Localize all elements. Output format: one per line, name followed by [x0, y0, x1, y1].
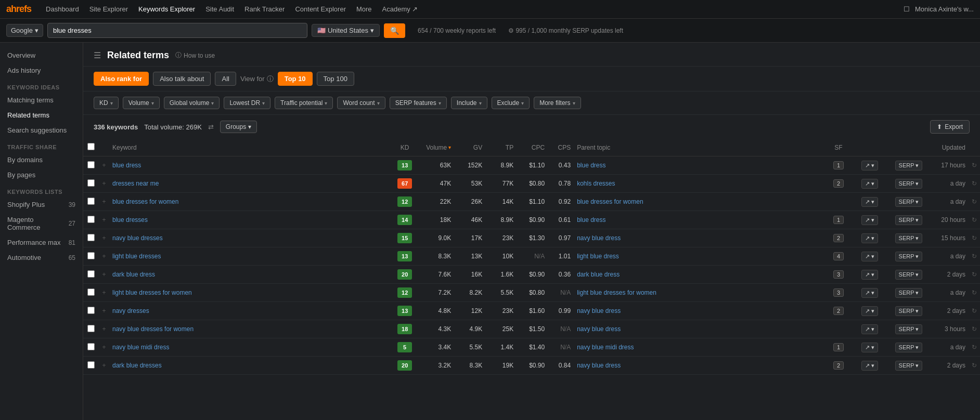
parent-link-4[interactable]: navy blue dress: [577, 234, 621, 242]
engine-select[interactable]: Google ▾: [6, 24, 43, 37]
chart-btn-3[interactable]: ↗ ▾: [861, 215, 878, 225]
row-chart-4[interactable]: ↗ ▾: [849, 229, 891, 247]
reload-icon-9[interactable]: ↻: [972, 325, 977, 333]
serp-btn-5[interactable]: SERP ▾: [895, 252, 923, 261]
row-checkbox-cell[interactable]: [83, 193, 99, 211]
row-chart-0[interactable]: ↗ ▾: [849, 156, 891, 175]
chart-btn-10[interactable]: ↗ ▾: [861, 343, 878, 352]
chart-btn-4[interactable]: ↗ ▾: [861, 233, 878, 243]
reload-icon-5[interactable]: ↻: [972, 253, 977, 260]
row-checkbox-cell[interactable]: [83, 211, 99, 229]
filter-word-count[interactable]: Word count ▾: [337, 97, 385, 109]
filter-include[interactable]: Include ▾: [451, 97, 487, 109]
hamburger-icon[interactable]: ☰: [94, 50, 101, 60]
parent-link-1[interactable]: kohls dresses: [577, 180, 615, 187]
keyword-link-5[interactable]: light blue dresses: [112, 253, 161, 260]
row-reload-0[interactable]: ↻: [969, 156, 980, 175]
row-checkbox-9[interactable]: [87, 325, 95, 332]
row-chart-2[interactable]: ↗ ▾: [849, 193, 891, 211]
th-cpc[interactable]: CPC: [517, 139, 548, 156]
parent-link-2[interactable]: blue dresses for women: [577, 198, 643, 205]
parent-link-11[interactable]: navy blue dress: [577, 362, 621, 369]
row-reload-2[interactable]: ↻: [969, 193, 980, 211]
th-tp[interactable]: TP: [485, 139, 517, 156]
reload-icon-8[interactable]: ↻: [972, 307, 977, 314]
parent-link-8[interactable]: navy blue dress: [577, 307, 621, 314]
filter-exclude[interactable]: Exclude ▾: [492, 97, 530, 109]
filter-volume[interactable]: Volume ▾: [123, 97, 160, 109]
row-reload-4[interactable]: ↻: [969, 229, 980, 247]
user-name[interactable]: Monica Axinte's w...: [915, 5, 974, 13]
filter-lowest-dr[interactable]: Lowest DR ▾: [224, 97, 270, 109]
row-serp-10[interactable]: SERP ▾: [891, 338, 927, 357]
row-reload-11[interactable]: ↻: [969, 357, 980, 375]
row-checkbox-11[interactable]: [87, 361, 95, 369]
serp-btn-0[interactable]: SERP ▾: [895, 161, 923, 170]
search-button[interactable]: 🔍: [384, 23, 405, 38]
row-add-10[interactable]: +: [99, 338, 109, 357]
keyword-link-9[interactable]: navy blue dresses for women: [112, 325, 194, 333]
nav-academy[interactable]: Academy ↗: [377, 0, 423, 19]
row-add-4[interactable]: +: [99, 229, 109, 247]
parent-link-6[interactable]: dark blue dress: [577, 271, 620, 278]
row-serp-7[interactable]: SERP ▾: [891, 284, 927, 302]
row-chart-6[interactable]: ↗ ▾: [849, 266, 891, 284]
serp-btn-6[interactable]: SERP ▾: [895, 270, 923, 280]
serp-btn-7[interactable]: SERP ▾: [895, 288, 923, 298]
row-serp-2[interactable]: SERP ▾: [891, 193, 927, 211]
country-select[interactable]: 🇺🇸 United States ▾: [312, 24, 380, 37]
nav-rank-tracker[interactable]: Rank Tracker: [239, 0, 290, 19]
reload-icon-3[interactable]: ↻: [972, 216, 977, 224]
row-chart-3[interactable]: ↗ ▾: [849, 211, 891, 229]
nav-dashboard[interactable]: Dashboard: [41, 0, 84, 19]
reload-icon-1[interactable]: ↻: [972, 180, 977, 187]
row-chart-9[interactable]: ↗ ▾: [849, 320, 891, 338]
row-reload-5[interactable]: ↻: [969, 247, 980, 266]
filter-traffic-potential[interactable]: Traffic potential ▾: [275, 97, 333, 109]
serp-btn-2[interactable]: SERP ▾: [895, 197, 923, 207]
row-add-11[interactable]: +: [99, 357, 109, 375]
row-checkbox-cell[interactable]: [83, 320, 99, 338]
search-input[interactable]: [47, 23, 307, 38]
filter-global-volume[interactable]: Global volume ▾: [164, 97, 220, 109]
row-checkbox-4[interactable]: [87, 234, 95, 241]
parent-link-7[interactable]: light blue dresses for women: [577, 289, 656, 296]
th-keyword[interactable]: Keyword: [109, 139, 392, 156]
sidebar-item-related-terms[interactable]: Related terms: [0, 108, 83, 123]
row-checkbox-cell[interactable]: [83, 156, 99, 175]
th-sf[interactable]: SF: [828, 139, 849, 156]
row-add-2[interactable]: +: [99, 193, 109, 211]
chart-btn-8[interactable]: ↗ ▾: [861, 306, 878, 316]
row-serp-0[interactable]: SERP ▾: [891, 156, 927, 175]
keyword-link-0[interactable]: blue dress: [112, 162, 141, 169]
row-reload-8[interactable]: ↻: [969, 302, 980, 320]
chart-btn-9[interactable]: ↗ ▾: [861, 324, 878, 334]
row-checkbox-6[interactable]: [87, 270, 95, 278]
nav-site-audit[interactable]: Site Audit: [200, 0, 239, 19]
row-checkbox-cell[interactable]: [83, 229, 99, 247]
keyword-link-1[interactable]: dresses near me: [112, 180, 159, 187]
reload-icon-7[interactable]: ↻: [972, 289, 977, 296]
row-chart-7[interactable]: ↗ ▾: [849, 284, 891, 302]
keyword-link-8[interactable]: navy dresses: [112, 307, 149, 314]
sidebar-item-by-pages[interactable]: By pages: [0, 167, 83, 182]
th-volume[interactable]: Volume ▾: [418, 139, 454, 156]
chart-btn-6[interactable]: ↗ ▾: [861, 270, 878, 280]
parent-link-3[interactable]: blue dress: [577, 216, 605, 224]
sidebar-item-shopify-plus[interactable]: Shopify Plus 39: [0, 197, 83, 212]
chart-btn-11[interactable]: ↗ ▾: [861, 361, 878, 371]
nav-content-explorer[interactable]: Content Explorer: [290, 0, 351, 19]
serp-btn-3[interactable]: SERP ▾: [895, 215, 923, 225]
chart-btn-2[interactable]: ↗ ▾: [861, 197, 878, 207]
row-add-7[interactable]: +: [99, 284, 109, 302]
row-checkbox-0[interactable]: [87, 161, 95, 168]
row-checkbox-cell[interactable]: [83, 357, 99, 375]
row-serp-1[interactable]: SERP ▾: [891, 175, 927, 193]
row-checkbox-8[interactable]: [87, 307, 95, 314]
sidebar-item-ads-history[interactable]: Ads history: [0, 63, 83, 78]
row-checkbox-cell[interactable]: [83, 338, 99, 357]
sidebar-item-performance-max[interactable]: Performance max 81: [0, 235, 83, 250]
row-chart-8[interactable]: ↗ ▾: [849, 302, 891, 320]
row-serp-11[interactable]: SERP ▾: [891, 357, 927, 375]
serp-btn-11[interactable]: SERP ▾: [895, 361, 923, 371]
